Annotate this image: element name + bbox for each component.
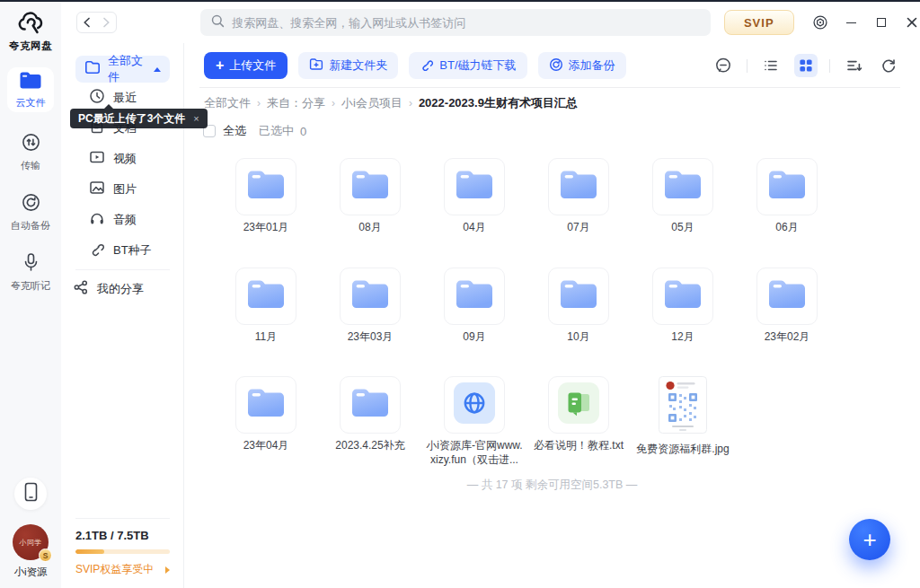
tooltip-close-icon[interactable]: × [193, 113, 199, 124]
file-item[interactable]: 免费资源福利群.jpg [631, 376, 735, 467]
file-item[interactable]: 2023.4.25补充 [318, 376, 422, 467]
file-item[interactable]: 08月 [318, 158, 422, 235]
sidebar-item-all-files[interactable]: 全部文件 [75, 56, 170, 83]
storage-progress-bar [75, 549, 170, 554]
file-item[interactable]: 09月 [422, 268, 526, 345]
auto-backup-icon [21, 192, 41, 216]
storage-panel: 2.1TB / 7.5TB SVIP权益享受中 [75, 518, 170, 577]
file-item[interactable]: 23年03月 [318, 268, 422, 345]
svip-button[interactable]: SVIP [724, 10, 795, 35]
file-card [340, 158, 401, 215]
image-thumbnail [659, 376, 707, 437]
file-item[interactable]: 23年04月 [214, 376, 318, 467]
rail-item-listen-notes[interactable]: 夸克听记 [11, 252, 50, 293]
file-name: 06月 [775, 221, 798, 235]
breadcrumb-separator: › [409, 97, 412, 110]
search-input[interactable] [232, 16, 699, 30]
breadcrumb-member-project[interactable]: 小i会员项目 [341, 95, 402, 111]
sidebar-item-label: 最近 [113, 90, 137, 106]
storage-usage: 2.1TB / 7.5TB [75, 529, 170, 542]
forward-button[interactable] [102, 17, 111, 28]
file-item[interactable]: 06月 [735, 158, 839, 235]
quark-cloud-icon [17, 10, 44, 38]
refresh-icon[interactable] [877, 54, 900, 77]
bt-magnet-download-button[interactable]: BT/磁力链下载 [409, 52, 526, 79]
app-logo-text: 夸克网盘 [9, 39, 52, 53]
sidebar-item-my-shares[interactable]: 我的分享 [61, 274, 183, 304]
new-folder-button[interactable]: 新建文件夹 [298, 52, 398, 79]
backup-circle-icon [549, 57, 563, 75]
rail-item-cloud-files[interactable]: 云文件 [7, 67, 54, 112]
back-button[interactable] [83, 17, 91, 28]
chevron-right-icon [165, 566, 170, 574]
sidebar-item-audio[interactable]: 音频 [61, 205, 183, 235]
add-backup-button[interactable]: 添加备份 [538, 52, 626, 79]
file-name: 小i资源库-官网www.xizy.fun（双击进... [425, 439, 524, 467]
minimize-button[interactable] [843, 14, 859, 31]
sidebar-item-label: 音频 [113, 212, 137, 228]
sidebar-item-bt-seeds[interactable]: BT种子 [61, 235, 183, 266]
toolbar-separator [747, 59, 748, 73]
search-bar[interactable] [200, 9, 710, 36]
file-card [340, 376, 401, 434]
app-logo: 夸克网盘 [9, 10, 52, 53]
rail-bottom: 小同学 S 小i资源 [13, 478, 49, 588]
sidebar-item-label: 图片 [113, 181, 137, 197]
list-view-icon[interactable] [759, 54, 783, 77]
file-card [444, 376, 505, 434]
close-button[interactable] [904, 14, 920, 31]
folder-icon [766, 277, 808, 315]
file-name: 07月 [567, 221, 589, 235]
mobile-phone-icon [23, 482, 39, 505]
sidebar-item-label: 我的分享 [97, 281, 144, 297]
upload-file-button[interactable]: + 上传文件 [204, 52, 288, 79]
file-card [548, 376, 609, 434]
avatar[interactable]: 小同学 S [13, 524, 49, 560]
gear-icon[interactable] [812, 14, 828, 31]
maximize-button[interactable] [873, 14, 889, 31]
txt-file-icon [558, 382, 599, 427]
sidebar-item-videos[interactable]: 视频 [61, 144, 183, 174]
file-card [444, 158, 505, 215]
quark-drive-window: 夸克网盘 云文件 传输 自动备份 夸克听记 小同学 S 小i资源 [0, 0, 920, 588]
view-controls [712, 54, 900, 77]
file-item[interactable]: 04月 [422, 158, 526, 235]
headphones-icon [89, 210, 105, 230]
file-name: 04月 [463, 221, 485, 235]
file-item[interactable]: 必看说明！教程.txt [526, 376, 631, 467]
file-item[interactable]: 11月 [214, 268, 318, 345]
selected-count: 0 [300, 125, 306, 138]
file-item[interactable]: 小i资源库-官网www.xizy.fun（双击进... [422, 376, 526, 467]
clock-icon [89, 88, 105, 108]
file-card [756, 268, 818, 325]
file-item[interactable]: 07月 [526, 158, 631, 235]
add-fab-button[interactable]: + [849, 519, 890, 560]
file-item[interactable]: 23年02月 [735, 268, 839, 345]
grid-view-icon[interactable] [794, 54, 818, 77]
file-item[interactable]: 23年01月 [214, 158, 318, 235]
file-name: 必看说明！教程.txt [534, 439, 624, 453]
breadcrumb-all-files[interactable]: 全部文件 [204, 95, 251, 111]
rail-item-auto-backup[interactable]: 自动备份 [11, 192, 50, 233]
sort-icon[interactable] [842, 54, 865, 77]
file-item[interactable]: 05月 [631, 158, 735, 235]
sidebar-item-pictures[interactable]: 图片 [61, 174, 183, 205]
nav-buttons [76, 12, 117, 33]
file-item[interactable]: 10月 [526, 268, 631, 345]
file-item[interactable]: 12月 [631, 268, 735, 345]
breadcrumb-from-share[interactable]: 来自：分享 [267, 95, 325, 111]
toolbar-separator [829, 59, 830, 73]
feedback-bubble-icon[interactable] [712, 54, 735, 77]
folder-icon [558, 168, 599, 206]
toolbar-divider [199, 87, 900, 88]
tooltip-text: PC最近上传了3个文件 [78, 111, 185, 127]
avatar-text: 小同学 [19, 538, 42, 548]
mobile-app-button[interactable] [14, 478, 47, 510]
file-name: 23年03月 [348, 330, 394, 345]
svip-benefits-link[interactable]: SVIP权益享受中 [75, 562, 170, 577]
rail-item-transfer[interactable]: 传输 [21, 132, 41, 172]
svip-badge: S [39, 549, 52, 562]
select-all-label[interactable]: 全选 [223, 123, 246, 139]
file-name: 12月 [671, 330, 694, 345]
folder-outline-icon [84, 60, 101, 78]
